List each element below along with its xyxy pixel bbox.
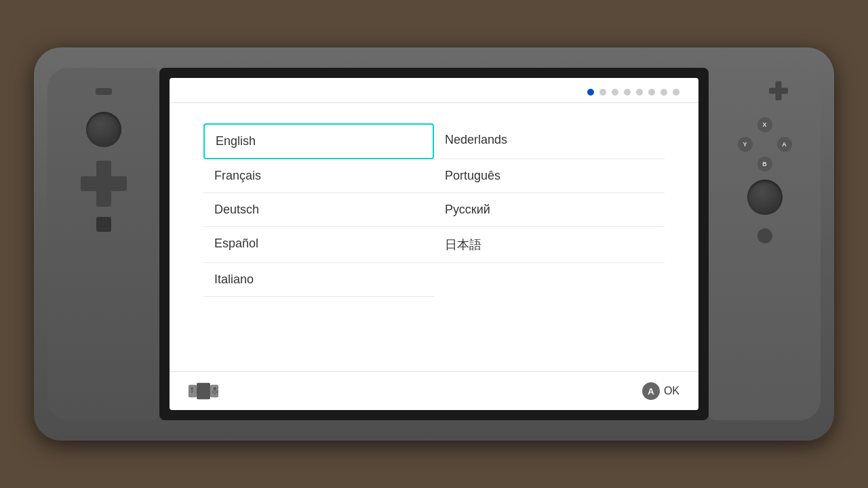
right-analog-stick (747, 180, 783, 215)
language-option-russian[interactable]: Русский (434, 193, 665, 227)
language-option-espanol[interactable]: Español (203, 227, 434, 263)
capture-button (96, 217, 111, 232)
svg-point-8 (212, 391, 214, 393)
progress-dot-2 (599, 89, 606, 96)
language-option-italiano[interactable]: Italiano (203, 263, 434, 297)
controller-icon (189, 382, 218, 401)
a-face-button: A (777, 137, 792, 152)
left-joycon (47, 68, 159, 420)
a-button-icon: A (642, 382, 660, 400)
progress-indicator (170, 78, 698, 103)
svg-rect-3 (191, 390, 192, 393)
svg-point-1 (191, 387, 193, 390)
svg-point-9 (214, 392, 216, 394)
left-analog-stick (86, 112, 121, 147)
progress-dot-3 (612, 89, 618, 96)
ok-button[interactable]: A OK (642, 382, 679, 400)
language-option-nederlands[interactable]: Nederlands (434, 123, 665, 159)
right-joycon: Y X A B (709, 68, 821, 420)
progress-dot-5 (636, 89, 643, 96)
progress-dot-7 (660, 89, 667, 96)
bottom-bar: A OK (170, 371, 698, 410)
progress-dot-1 (587, 89, 594, 96)
svg-rect-5 (197, 384, 210, 399)
language-option-empty (434, 263, 665, 297)
language-option-deutsch[interactable]: Deutsch (203, 193, 434, 227)
language-option-japanese[interactable]: 日本語 (434, 227, 665, 263)
progress-dot-6 (648, 89, 655, 96)
svg-point-11 (214, 390, 216, 392)
svg-point-10 (216, 391, 218, 393)
language-option-english[interactable]: English (203, 123, 434, 159)
language-option-portugues[interactable]: Português (434, 159, 665, 193)
switch-console: English Nederlands Français Português De… (34, 47, 834, 441)
x-button: X (757, 117, 772, 132)
y-button: Y (738, 137, 753, 152)
dpad (81, 161, 127, 207)
progress-dot-8 (673, 89, 679, 96)
screen: English Nederlands Français Português De… (170, 78, 698, 410)
controller-svg-icon (189, 382, 218, 401)
plus-button (769, 81, 788, 100)
ok-label: OK (664, 385, 679, 397)
progress-dot-4 (624, 89, 631, 96)
screen-bezel: English Nederlands Français Português De… (159, 68, 709, 420)
language-option-francais[interactable]: Français (203, 159, 434, 193)
home-button (757, 228, 772, 243)
b-button: B (757, 157, 772, 171)
language-grid: English Nederlands Français Português De… (203, 123, 665, 297)
language-content: English Nederlands Français Português De… (170, 103, 698, 371)
minus-button (96, 88, 112, 95)
